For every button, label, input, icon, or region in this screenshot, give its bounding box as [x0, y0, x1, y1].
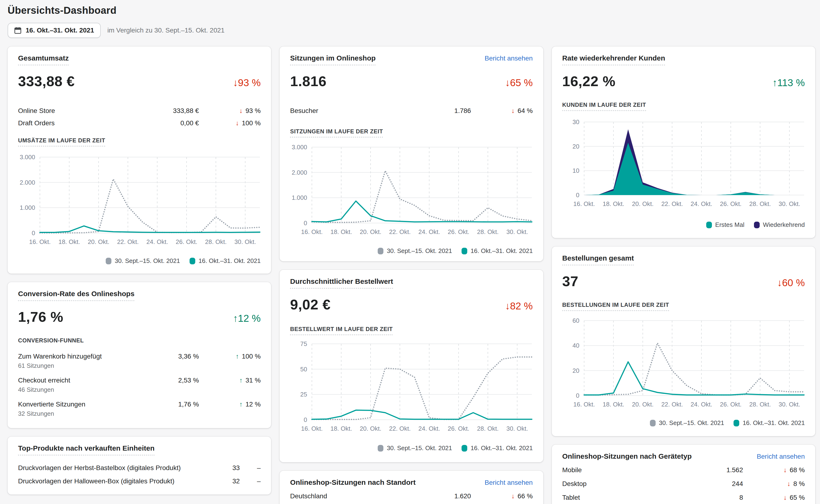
svg-text:16. Okt.: 16. Okt. — [573, 401, 595, 408]
metric-breakdown: Online Store333,88 €↓93 %Draft Orders0,0… — [18, 105, 261, 129]
svg-text:30. Okt.: 30. Okt. — [506, 228, 528, 235]
legend-item: Wiederkehrend — [754, 221, 805, 229]
chart-legend: Erstes MalWiederkehrend — [562, 221, 805, 229]
table-row: Draft Orders0,00 €↓100 % — [18, 117, 261, 129]
svg-text:22. Okt.: 22. Okt. — [661, 401, 683, 408]
legend-item: 16. Okt.–31. Okt. 2021 — [734, 419, 805, 427]
date-range-picker[interactable]: 16. Okt.–31. Okt. 2021 — [8, 23, 101, 38]
card-title[interactable]: Conversion-Rate des Onlineshops — [18, 290, 134, 301]
card-title[interactable]: Onlineshop-Sitzungen nach Standort — [290, 478, 415, 486]
card-title[interactable]: Durchschnittlicher Bestellwert — [290, 277, 393, 289]
kunden-chart: 16. Okt.18. Okt.20. Okt.22. Okt.24. Okt.… — [562, 118, 805, 211]
svg-text:22. Okt.: 22. Okt. — [389, 228, 411, 235]
svg-text:26. Okt.: 26. Okt. — [176, 238, 197, 245]
svg-text:18. Okt.: 18. Okt. — [602, 200, 624, 207]
svg-text:28. Okt.: 28. Okt. — [205, 238, 227, 245]
svg-text:16. Okt.: 16. Okt. — [301, 425, 323, 432]
table-row: Checkout erreicht46 Sitzungen2,53 %↑31 % — [18, 373, 261, 397]
svg-text:2.000: 2.000 — [292, 169, 307, 176]
calendar-icon — [14, 27, 21, 34]
table-row: Online Store333,88 €↓93 % — [18, 105, 261, 117]
legend-item: 30. Sept.–15. Okt. 2021 — [378, 444, 452, 452]
svg-text:20. Okt.: 20. Okt. — [632, 401, 654, 408]
svg-text:24. Okt.: 24. Okt. — [419, 228, 440, 235]
metric-value: 16,22 % — [562, 73, 616, 89]
metric-breakdown: Besucher1.786↓64 % — [290, 105, 532, 117]
card-title[interactable]: Sitzungen im Onlineshop — [290, 54, 376, 65]
report-link[interactable]: Bericht ansehen — [485, 479, 532, 486]
metric-value: 1,76 % — [18, 309, 63, 325]
table-row: Besucher1.786↓64 % — [290, 105, 532, 117]
card-gesamtumsatz: Gesamtumsatz 333,88 € ↓93 % Online Store… — [8, 47, 271, 274]
svg-text:2.000: 2.000 — [20, 179, 35, 186]
funnel-caption: CONVERSION-FUNNEL — [18, 337, 84, 344]
card-geraetetyp: Onlineshop-Sitzungen nach Gerätetyp Beri… — [552, 445, 815, 504]
umsatz-chart: 16. Okt.18. Okt.20. Okt.22. Okt.24. Okt.… — [18, 153, 261, 249]
arrow-down-icon: ↓ — [236, 119, 239, 127]
page-header: Übersichts-Dashboard 16. Okt.–31. Okt. 2… — [0, 0, 820, 38]
table-row: Druckvorlagen der Halloween-Box (digital… — [18, 475, 261, 488]
chart-caption[interactable]: BESTELLWERT IM LAUFE DER ZEIT — [290, 326, 393, 335]
svg-text:28. Okt.: 28. Okt. — [749, 200, 771, 207]
bestellwert-chart: 16. Okt.18. Okt.20. Okt.22. Okt.24. Okt.… — [290, 340, 532, 436]
arrow-down-icon: ↓ — [787, 480, 791, 488]
metric-delta: ↓60 % — [777, 277, 805, 289]
card-conversion-rate: Conversion-Rate des Onlineshops 1,76 % ↑… — [8, 282, 271, 428]
svg-text:75: 75 — [300, 340, 307, 347]
column-1: Gesamtumsatz 333,88 € ↓93 % Online Store… — [8, 47, 271, 495]
svg-text:16. Okt.: 16. Okt. — [29, 238, 51, 245]
metric-delta: ↑12 % — [233, 313, 261, 324]
metric-delta: ↓65 % — [505, 77, 533, 89]
table-row: Deutschland1.620↓66 % — [290, 489, 532, 503]
legend-swatch — [650, 420, 656, 426]
card-bestellungen: Bestellungen gesamt 37 ↓60 % BESTELLUNGE… — [552, 247, 815, 436]
column-2: Sitzungen im Onlineshop Bericht ansehen … — [280, 47, 543, 504]
location-list: Deutschland1.620↓66 % — [290, 489, 532, 503]
device-list: Mobile1.562↓68 %Desktop244↓8 %Tablet8↓65… — [562, 463, 805, 504]
svg-text:26. Okt.: 26. Okt. — [720, 200, 741, 207]
legend-swatch — [378, 445, 383, 452]
svg-text:1.000: 1.000 — [292, 194, 307, 201]
table-row: Zum Warenkorb hinzugefügt61 Sitzungen3,3… — [18, 349, 261, 373]
metric-delta: ↑113 % — [772, 77, 805, 89]
legend-swatch — [462, 445, 467, 452]
card-title[interactable]: Bestellungen gesamt — [562, 254, 634, 266]
chart-caption[interactable]: BESTELLUNGEN IM LAUFE DER ZEIT — [562, 302, 669, 311]
card-title[interactable]: Onlineshop-Sitzungen nach Gerätetyp — [562, 452, 692, 460]
svg-text:20. Okt.: 20. Okt. — [88, 238, 109, 245]
legend-swatch — [189, 258, 195, 264]
card-title[interactable]: Top-Produkte nach verkauften Einheiten — [18, 444, 155, 456]
table-row: Konvertierte Sitzungen32 Sitzungen1,76 %… — [18, 397, 261, 421]
svg-text:40: 40 — [572, 342, 579, 349]
legend-swatch — [462, 248, 467, 254]
svg-text:0: 0 — [304, 416, 307, 423]
legend-item: 30. Sept.–15. Okt. 2021 — [650, 419, 724, 427]
legend-swatch — [734, 420, 739, 426]
card-bestellwert: Durchschnittlicher Bestellwert 9,02 € ↓8… — [280, 270, 543, 462]
conversion-funnel: Zum Warenkorb hinzugefügt61 Sitzungen3,3… — [18, 349, 261, 421]
card-title[interactable]: Rate wiederkehrender Kunden — [562, 54, 665, 65]
card-title[interactable]: Gesamtumsatz — [18, 54, 69, 65]
arrow-down-icon: ↓ — [240, 107, 243, 115]
legend-swatch — [378, 248, 383, 254]
metric-delta: ↓82 % — [505, 300, 533, 312]
page-title: Übersichts-Dashboard — [8, 5, 812, 16]
arrow-down-icon: ↓ — [783, 466, 787, 474]
report-link[interactable]: Bericht ansehen — [757, 453, 805, 460]
svg-text:30. Okt.: 30. Okt. — [778, 200, 800, 207]
svg-text:30: 30 — [572, 118, 579, 126]
arrow-down-icon: ↓ — [783, 494, 787, 501]
svg-text:16. Okt.: 16. Okt. — [301, 228, 323, 235]
svg-text:50: 50 — [300, 366, 307, 373]
svg-text:26. Okt.: 26. Okt. — [448, 425, 469, 432]
svg-text:24. Okt.: 24. Okt. — [691, 200, 712, 207]
legend-swatch — [106, 258, 111, 264]
svg-text:1.000: 1.000 — [20, 204, 35, 211]
chart-caption[interactable]: UMSÄTZE IM LAUFE DER ZEIT — [18, 137, 105, 147]
report-link[interactable]: Bericht ansehen — [485, 55, 532, 62]
svg-text:20. Okt.: 20. Okt. — [632, 200, 654, 207]
chart-caption[interactable]: SITZUNGEN IM LAUFE DER ZEIT — [290, 128, 383, 138]
chart-caption[interactable]: KUNDEN IM LAUFE DER ZEIT — [562, 102, 646, 111]
svg-text:0: 0 — [576, 392, 579, 399]
svg-text:28. Okt.: 28. Okt. — [749, 401, 771, 408]
